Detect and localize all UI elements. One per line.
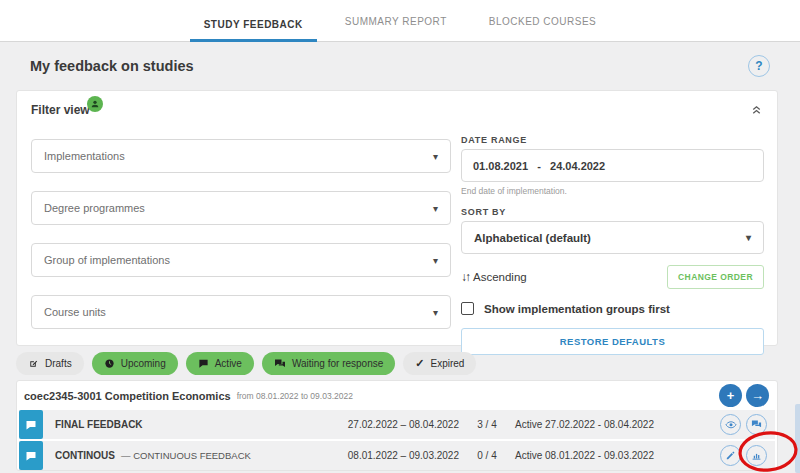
user-filter-icon xyxy=(90,99,100,109)
feedback-dates: 08.01.2022 – 09.03.2022 xyxy=(324,450,459,461)
chip-label: Upcoming xyxy=(121,358,166,369)
filter-dropdowns: Implementations ▾ Degree programmes ▾ Gr… xyxy=(31,139,451,347)
open-course-button[interactable]: → xyxy=(746,384,769,407)
sort-arrows-icon: ↓↑ xyxy=(461,270,469,284)
tabs: STUDY FEEDBACK SUMMARY REPORT BLOCKED CO… xyxy=(190,0,611,42)
speech-bubble-icon xyxy=(25,419,37,431)
course-header: coec2345-3001 Competition Economics from… xyxy=(17,381,777,410)
chip-drafts[interactable]: Drafts xyxy=(16,352,84,375)
select-value: Group of implementations xyxy=(44,254,170,266)
chip-label: Waiting for response xyxy=(292,358,383,369)
caret-down-icon: ▾ xyxy=(433,255,438,266)
feedback-dates: 27.02.2022 – 08.04.2022 xyxy=(324,419,459,430)
caret-down-icon: ▾ xyxy=(433,307,438,318)
sort-by-value: Alphabetical (default) xyxy=(474,232,591,244)
sort-by-label: SORT BY xyxy=(461,207,764,217)
eye-icon xyxy=(725,419,737,431)
feedback-row-final[interactable]: FINAL FEEDBACK 27.02.2022 – 08.04.2022 3… xyxy=(19,410,775,439)
course-title: coec2345-3001 Competition Economics xyxy=(24,390,231,402)
groups-first-checkbox[interactable] xyxy=(461,302,474,315)
chip-waiting-for-response[interactable]: Waiting for response xyxy=(262,352,395,375)
feedback-status: Active 27.02.2022 - 08.04.2022 xyxy=(515,419,720,430)
caret-down-icon: ▾ xyxy=(746,232,751,243)
chip-label: Drafts xyxy=(45,358,72,369)
select-value: Implementations xyxy=(44,150,125,162)
tab-blocked-courses[interactable]: BLOCKED COURSES xyxy=(475,0,611,42)
feedback-suffix: — CONTINUOUS FEEDBACK xyxy=(121,450,251,461)
course-card: coec2345-3001 Competition Economics from… xyxy=(16,380,778,471)
filter-options: DATE RANGE 01.08.2021 - 24.04.2022 End d… xyxy=(461,135,764,355)
speech-bubbles-icon xyxy=(274,358,286,370)
tab-study-feedback[interactable]: STUDY FEEDBACK xyxy=(190,0,317,42)
pencil-icon xyxy=(725,450,736,461)
caret-down-icon: ▾ xyxy=(433,203,438,214)
date-range-helper: End date of implementation. xyxy=(461,186,764,196)
feedback-summary-button[interactable] xyxy=(746,445,767,466)
feedback-response-count: 3 / 4 xyxy=(459,419,515,430)
filter-title: Filter view xyxy=(31,103,90,117)
feedback-type-badge xyxy=(19,410,43,439)
change-order-button[interactable]: CHANGE ORDER xyxy=(667,265,764,289)
implementation-groups-select[interactable]: Group of implementations ▾ xyxy=(31,243,451,277)
chip-label: Active xyxy=(215,358,242,369)
speech-bubbles-icon xyxy=(751,419,762,430)
feedback-name: CONTINOUS xyxy=(55,450,115,461)
edit-icon xyxy=(28,358,39,369)
groups-first-label: Show implementation groups first xyxy=(484,303,670,315)
caret-down-icon: ▾ xyxy=(433,151,438,162)
course-date-range: from 08.01.2022 to 09.03.2022 xyxy=(237,391,353,401)
edit-feedback-button[interactable] xyxy=(720,445,741,466)
chip-label: Expired xyxy=(431,358,465,369)
chip-expired[interactable]: ✓ Expired xyxy=(403,352,476,375)
select-value: Course units xyxy=(44,306,106,318)
degree-programmes-select[interactable]: Degree programmes ▾ xyxy=(31,191,451,225)
user-filter-badge xyxy=(87,96,103,112)
feedback-status: Active 08.01.2022 - 09.03.2022 xyxy=(515,450,720,461)
add-feedback-button[interactable]: + xyxy=(719,384,742,407)
implementations-select[interactable]: Implementations ▾ xyxy=(31,139,451,173)
sort-by-select[interactable]: Alphabetical (default) ▾ xyxy=(461,221,764,254)
status-filter-chips: Drafts Upcoming Active Waiting for respo… xyxy=(16,352,476,375)
scrollbar[interactable] xyxy=(795,404,800,473)
view-results-button[interactable] xyxy=(720,414,741,435)
speech-bubble-icon xyxy=(198,358,209,369)
feedback-row-continuous[interactable]: CONTINOUS — CONTINUOUS FEEDBACK 08.01.20… xyxy=(19,441,775,470)
chip-active[interactable]: Active xyxy=(186,352,254,375)
restore-defaults-button[interactable]: RESTORE DEFAULTS xyxy=(461,328,764,355)
ascending-label: Ascending xyxy=(473,271,527,283)
bar-chart-icon xyxy=(751,450,762,461)
select-value: Degree programmes xyxy=(44,202,145,214)
check-icon: ✓ xyxy=(415,357,424,370)
clock-icon xyxy=(104,358,115,369)
chip-upcoming[interactable]: Upcoming xyxy=(92,352,178,375)
page-header: My feedback on studies ? xyxy=(0,42,800,90)
help-button[interactable]: ? xyxy=(748,55,770,77)
feedback-response-count: 0 / 4 xyxy=(459,450,515,461)
tab-summary-report[interactable]: SUMMARY REPORT xyxy=(331,0,461,42)
collapse-filter-button[interactable] xyxy=(750,103,763,119)
feedback-type-badge xyxy=(19,441,43,470)
filter-panel: Filter view Implementations ▾ Degree pro… xyxy=(16,90,778,346)
date-range-value: 01.08.2021 - 24.04.2022 xyxy=(473,160,605,172)
course-units-select[interactable]: Course units ▾ xyxy=(31,295,451,329)
top-tab-bar: STUDY FEEDBACK SUMMARY REPORT BLOCKED CO… xyxy=(0,0,800,42)
date-range-label: DATE RANGE xyxy=(461,135,764,145)
date-range-input[interactable]: 01.08.2021 - 24.04.2022 xyxy=(461,149,764,182)
answer-feedback-button[interactable] xyxy=(746,414,767,435)
speech-bubble-icon xyxy=(25,450,37,462)
feedback-name: FINAL FEEDBACK xyxy=(55,419,143,430)
double-chevron-up-icon xyxy=(750,103,763,116)
page-title: My feedback on studies xyxy=(30,58,194,74)
